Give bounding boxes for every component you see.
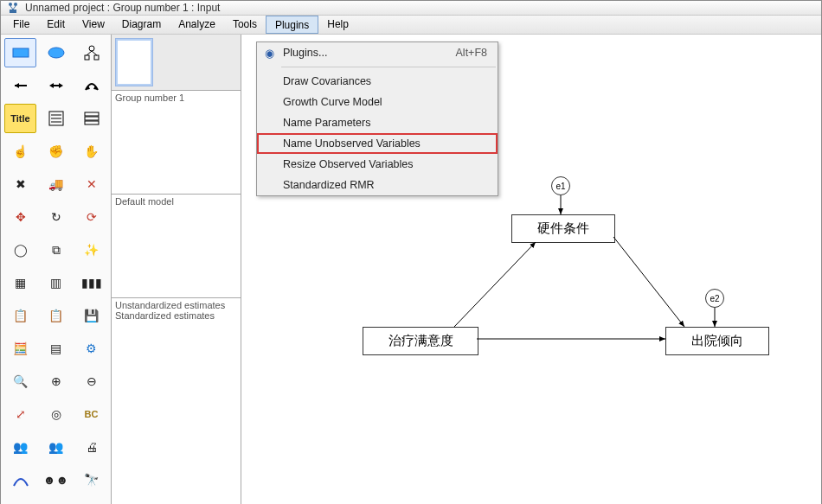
titlebar: Unnamed project : Group number 1 : Input <box>1 1 821 16</box>
dd-growth-curve[interactable]: Growth Curve Model <box>257 92 498 112</box>
group-pane[interactable]: Group number 1 <box>112 91 241 195</box>
tool-faces-icon[interactable]: ☻☻ <box>40 465 72 494</box>
diagram-thumbnail[interactable] <box>115 38 153 86</box>
tool-grab-icon[interactable]: ✊ <box>40 137 72 166</box>
tool-arrow-both-icon[interactable] <box>40 71 72 100</box>
tool-clipboard-icon[interactable]: 📋 <box>40 301 72 330</box>
error-e1[interactable]: e1 <box>551 176 570 195</box>
menu-help[interactable]: Help <box>318 16 357 34</box>
menu-file[interactable]: File <box>4 16 38 34</box>
dd-standardized-rmr[interactable]: Standardized RMR <box>257 175 498 195</box>
tool-grid-icon[interactable]: ▦ <box>4 268 36 297</box>
menu-diagram[interactable]: Diagram <box>113 16 170 34</box>
svg-rect-5 <box>13 48 29 57</box>
box-top[interactable]: 硬件条件 <box>511 214 615 243</box>
tool-copy-icon[interactable]: ⧉ <box>40 235 72 265</box>
app-icon <box>6 1 20 15</box>
svg-line-28 <box>454 242 536 327</box>
tool-people3-icon[interactable]: 👥 <box>4 432 36 462</box>
svg-point-0 <box>9 3 12 6</box>
tool-gears-icon[interactable]: ⚙ <box>75 334 107 363</box>
tool-zoom-in-icon[interactable]: ⊕ <box>40 367 72 396</box>
tool-bc-icon[interactable]: BC <box>75 399 107 429</box>
tool-x-icon[interactable]: ✕ <box>75 169 107 199</box>
svg-point-6 <box>48 48 64 58</box>
tool-abacus-icon[interactable]: 🧮 <box>4 334 36 363</box>
tool-target-icon[interactable]: ◎ <box>40 399 72 429</box>
tool-latent-icon[interactable] <box>75 38 107 67</box>
dropdown-separator <box>281 67 496 67</box>
tool-cov-arc-icon[interactable] <box>75 71 107 100</box>
tool-redo-icon[interactable]: ↷ <box>40 498 72 504</box>
group-label[interactable]: Group number 1 <box>115 93 237 103</box>
tool-list-icon[interactable] <box>40 104 72 133</box>
thumbnail-pane[interactable] <box>112 35 241 91</box>
menu-plugins[interactable]: Plugins <box>266 16 318 34</box>
tool-dist-icon[interactable] <box>4 465 36 494</box>
svg-marker-15 <box>49 83 54 88</box>
tool-people-grp-icon[interactable]: 👥 <box>40 432 72 462</box>
tool-hand-open-icon[interactable]: ✋ <box>75 137 107 166</box>
dd-resize-observed[interactable]: Resize Observed Variables <box>257 154 498 175</box>
menu-tools[interactable]: Tools <box>224 16 266 34</box>
tool-truck-icon[interactable]: 🚚 <box>40 169 72 199</box>
estimates-std[interactable]: Standardized estimates <box>115 310 237 321</box>
tool-clip-icon[interactable]: 📋 <box>4 301 36 330</box>
menu-view[interactable]: View <box>74 16 113 34</box>
tool-expand-icon[interactable]: ⤢ <box>4 399 36 429</box>
tool-title-icon[interactable]: Title <box>4 104 36 133</box>
tool-rows-icon[interactable] <box>75 104 107 133</box>
svg-rect-9 <box>94 55 99 60</box>
plugin-bullet-icon: ◉ <box>257 47 281 60</box>
tool-printer-icon[interactable]: 🖨 <box>75 432 107 462</box>
dd-plugins-label: Plugins... <box>281 47 456 59</box>
svg-line-11 <box>92 51 97 55</box>
tool-erase-icon[interactable]: ✖ <box>4 169 36 199</box>
box-left[interactable]: 治疗满意度 <box>363 327 478 355</box>
menu-edit[interactable]: Edit <box>38 16 74 34</box>
svg-line-4 <box>13 6 16 10</box>
svg-line-10 <box>87 51 92 55</box>
svg-line-3 <box>10 6 13 10</box>
tool-loop-icon[interactable]: ↻ <box>40 202 72 232</box>
tool-ellipse[interactable] <box>40 38 72 67</box>
dd-name-unobserved[interactable]: Name Unobserved Variables <box>257 133 498 154</box>
tool-save-icon[interactable]: 💾 <box>75 301 107 330</box>
svg-rect-2 <box>10 10 16 13</box>
tool-props-icon[interactable]: ▤ <box>40 334 72 363</box>
menubar: File Edit View Diagram Analyze Tools Plu… <box>1 16 821 35</box>
tool-tally-icon[interactable]: ▥ <box>40 268 72 297</box>
estimates-pane[interactable]: Unstandardized estimates Standardized es… <box>112 298 241 504</box>
model-label[interactable]: Default model <box>115 196 237 207</box>
tool-barcode-icon[interactable]: ▮▮▮ <box>75 268 107 297</box>
tool-binoc-icon[interactable]: 🔭 <box>75 465 107 494</box>
tool-arrow-left-icon[interactable] <box>4 71 36 100</box>
tool-loop-multi-icon[interactable]: ⟳ <box>75 202 107 232</box>
box-right[interactable]: 出院倾向 <box>665 327 769 355</box>
svg-marker-13 <box>15 83 19 88</box>
estimates-unstd[interactable]: Unstandardized estimates <box>115 300 237 310</box>
dd-draw-covariances[interactable]: Draw Covariances <box>257 71 498 92</box>
svg-line-30 <box>613 237 684 327</box>
plugins-dropdown: ◉ Plugins... Alt+F8 Draw Covariances Gro… <box>256 41 498 196</box>
dd-plugins[interactable]: ◉ Plugins... Alt+F8 <box>257 42 498 63</box>
svg-point-1 <box>14 3 17 6</box>
tool-rect[interactable] <box>4 38 36 67</box>
tool-zoom-out-icon[interactable]: ⊖ <box>75 367 107 396</box>
tool-magic-icon[interactable]: ✨ <box>75 235 107 265</box>
svg-rect-23 <box>85 112 99 116</box>
tool-zoom-search-icon[interactable]: 🔍 <box>4 367 36 396</box>
tool-undo-icon[interactable]: ↶ <box>4 498 36 504</box>
svg-point-7 <box>89 46 94 51</box>
app-window: Unnamed project : Group number 1 : Input… <box>0 0 822 504</box>
dd-plugins-shortcut: Alt+F8 <box>456 47 498 59</box>
tool-move-icon[interactable]: ✥ <box>4 202 36 232</box>
dd-name-parameters[interactable]: Name Parameters <box>257 112 498 133</box>
error-e2[interactable]: e2 <box>705 289 724 308</box>
tool-hand-icon[interactable]: ☝ <box>4 137 36 166</box>
svg-marker-16 <box>59 83 63 88</box>
tool-lasso-icon[interactable]: ◯ <box>4 235 36 265</box>
model-pane[interactable]: Default model <box>112 195 241 298</box>
menu-analyze[interactable]: Analyze <box>170 16 224 34</box>
window-title: Unnamed project : Group number 1 : Input <box>25 2 220 14</box>
